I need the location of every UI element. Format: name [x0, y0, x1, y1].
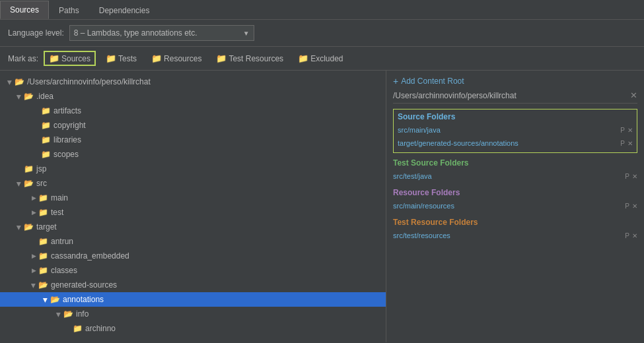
content-root-path: /Users/archinnovinfo/perso/killrchat ✕: [393, 90, 637, 104]
remove-test-source-1[interactable]: ✕: [632, 173, 637, 180]
expand-icon: ▶: [42, 296, 49, 305]
folder-icon: 📂: [15, 77, 24, 86]
main-content: ▶ 📂 /Users/archinnovinfo/perso/killrchat…: [0, 71, 644, 342]
folder-icon: 📂: [63, 309, 73, 319]
expand-icon: ▶: [29, 195, 38, 201]
expand-icon: ▶: [16, 92, 22, 102]
tree-item-artifacts[interactable]: 📁 artifacts: [0, 104, 386, 118]
source-folders-section: Source Folders src/main/java P‌ ✕ target…: [393, 109, 637, 153]
expand-icon: ▶: [29, 267, 38, 274]
tree-item-classes[interactable]: ▶ 📁 classes: [0, 263, 386, 278]
test-source-folder-entry-1: src/test/java P‌ ✕: [393, 170, 637, 183]
folder-icon: 📁: [38, 237, 48, 246]
tree-item-cassandra[interactable]: ▶ 📁 cassandra_embedded: [0, 249, 386, 263]
tree-item-generated-sources[interactable]: ▶ 📂 generated-sources: [0, 278, 386, 292]
language-level-row: Language level: 8 – Lambdas, type annota…: [0, 20, 644, 47]
tab-sources[interactable]: Sources: [0, 1, 49, 19]
tree-item-libraries[interactable]: 📁 libraries: [0, 133, 386, 147]
folder-icon: 📁: [73, 324, 83, 333]
remove-source-folder-2[interactable]: ✕: [627, 140, 633, 147]
remove-source-folder-1[interactable]: ✕: [627, 127, 633, 134]
tree-item-target[interactable]: ▶ 📂 target: [0, 220, 386, 234]
source-folder-entry-2: target/generated-sources/annotations P‌ …: [398, 137, 633, 150]
plus-icon: +: [393, 76, 398, 86]
add-content-root-button[interactable]: + Add Content Root: [393, 76, 637, 86]
close-content-root-button[interactable]: ✕: [630, 90, 637, 100]
dropdown-arrow-icon: ▼: [243, 30, 250, 37]
tree-item-info[interactable]: ▶ 📂 info: [0, 307, 386, 321]
properties-icon-test1[interactable]: P‌: [625, 173, 629, 180]
tree-item-annotations[interactable]: ▶ 📂 annotations: [0, 292, 386, 307]
expand-icon: ▶: [16, 179, 22, 189]
folder-icon: 📂: [24, 92, 34, 101]
tree-item-test[interactable]: ▶ 📁 test: [0, 205, 386, 220]
expand-icon: ▶: [30, 281, 37, 290]
sources-folder-icon: 📁: [49, 53, 59, 63]
expand-icon: ▶: [29, 209, 38, 216]
folder-icon: 📁: [41, 121, 51, 130]
mark-as-sources-button[interactable]: 📁 Sources: [44, 51, 96, 66]
excluded-folder-icon: 📁: [298, 53, 308, 63]
folder-icon: 📁: [41, 135, 51, 144]
folder-icon: 📂: [38, 280, 48, 290]
test-resource-folder-entry-1: src/test/resources P‌ ✕: [393, 229, 637, 242]
tree-item-archinno[interactable]: 📁 archinno: [0, 321, 386, 336]
folder-icon: 📂: [24, 179, 34, 188]
language-level-label: Language level:: [8, 28, 64, 38]
remove-resource-1[interactable]: ✕: [632, 203, 637, 210]
folder-icon: 📁: [38, 208, 48, 217]
tree-panel: ▶ 📂 /Users/archinnovinfo/perso/killrchat…: [0, 71, 386, 342]
test-source-folders-section: Test Source Folders src/test/java P‌ ✕: [393, 158, 637, 183]
folder-icon: 📁: [24, 164, 34, 173]
expand-icon: ▶: [16, 223, 22, 232]
properties-icon-tres1[interactable]: P‌: [625, 232, 629, 239]
source-folder-entry-1: src/main/java P‌ ✕: [398, 123, 633, 137]
tab-bar: Sources Paths Dependencies: [0, 0, 644, 20]
tree-item-main[interactable]: ▶ 📁 main: [0, 191, 386, 205]
test-resource-folders-title: Test Resource Folders: [393, 218, 637, 227]
expand-icon: ▶: [29, 253, 38, 259]
tab-paths[interactable]: Paths: [49, 1, 89, 19]
resource-folder-entry-1: src/main/resources P‌ ✕: [393, 199, 637, 212]
tree-item-jsp[interactable]: 📁 jsp: [0, 162, 386, 176]
mark-as-row: Mark as: 📁 Sources 📁 Tests 📁 Resources 📁…: [0, 47, 644, 71]
tree-item-src[interactable]: ▶ 📂 src: [0, 176, 386, 191]
folder-icon: 📁: [38, 251, 48, 261]
expand-icon: ▶: [55, 310, 62, 319]
properties-icon-1[interactable]: P‌: [620, 127, 625, 134]
folder-icon: 📁: [41, 150, 51, 159]
resources-folder-icon: 📁: [151, 53, 162, 63]
expand-icon: ▶: [7, 78, 13, 87]
mark-as-tests-button[interactable]: 📁 Tests: [101, 51, 141, 65]
properties-icon-2[interactable]: P‌: [620, 140, 625, 147]
tree-item-root[interactable]: ▶ 📂 /Users/archinnovinfo/perso/killrchat: [0, 75, 386, 89]
test-source-folders-title: Test Source Folders: [393, 158, 637, 168]
mark-as-excluded-button[interactable]: 📁 Excluded: [293, 51, 347, 65]
folder-icon: 📁: [38, 266, 48, 275]
resource-folders-title: Resource Folders: [393, 188, 637, 197]
right-panel: + Add Content Root /Users/archinnovinfo/…: [386, 71, 644, 342]
folder-icon: 📂: [50, 295, 60, 304]
properties-icon-res1[interactable]: P‌: [625, 203, 629, 210]
folder-icon: 📂: [24, 222, 34, 232]
test-resources-folder-icon: 📁: [216, 53, 227, 63]
tree-item-idea[interactable]: ▶ 📂 .idea: [0, 89, 386, 104]
mark-as-test-resources-button[interactable]: 📁 Test Resources: [211, 51, 288, 65]
source-folders-title: Source Folders: [398, 112, 633, 121]
folder-icon: 📁: [41, 106, 51, 115]
tests-folder-icon: 📁: [106, 53, 116, 63]
tree-item-antrun[interactable]: 📁 antrun: [0, 234, 386, 249]
tree-item-scopes[interactable]: 📁 scopes: [0, 147, 386, 162]
mark-as-resources-button[interactable]: 📁 Resources: [147, 51, 206, 65]
resource-folders-section: Resource Folders src/main/resources P‌ ✕: [393, 188, 637, 212]
mark-as-label: Mark as:: [8, 54, 38, 63]
remove-test-resource-1[interactable]: ✕: [632, 232, 637, 239]
test-resource-folders-section: Test Resource Folders src/test/resources…: [393, 218, 637, 242]
folder-icon: 📁: [38, 193, 48, 203]
language-level-select[interactable]: 8 – Lambdas, type annotations etc. ▼: [69, 25, 254, 41]
tab-dependencies[interactable]: Dependencies: [89, 1, 160, 19]
tree-item-copyright[interactable]: 📁 copyright: [0, 118, 386, 133]
